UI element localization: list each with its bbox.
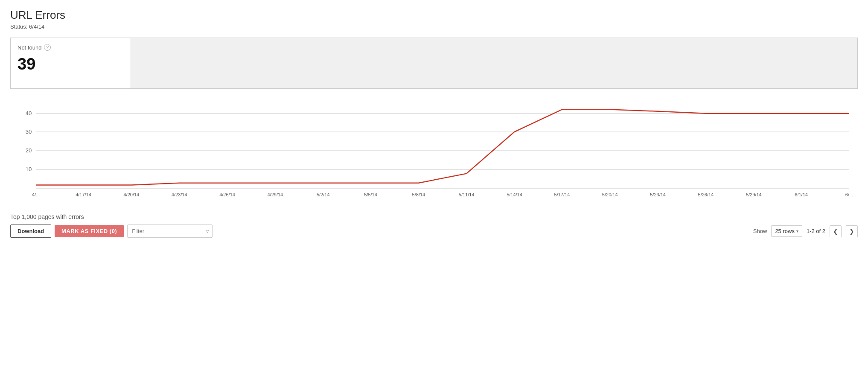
stat-card-placeholder — [130, 38, 857, 88]
prev-page-button[interactable]: ❮ — [830, 225, 842, 237]
svg-text:5/23/14: 5/23/14 — [650, 192, 666, 197]
svg-text:6/1/14: 6/1/14 — [795, 192, 808, 197]
svg-text:4/23/14: 4/23/14 — [172, 192, 187, 197]
page-count: 1-2 of 2 — [807, 228, 825, 234]
svg-text:5/14/14: 5/14/14 — [507, 192, 522, 197]
svg-text:4/20/14: 4/20/14 — [123, 192, 139, 197]
stat-label-text: Not found — [17, 44, 41, 51]
chart-svg: 40 30 20 10 4/... 4/17/14 4/20/14 4/23/1… — [10, 99, 858, 201]
svg-text:5/8/14: 5/8/14 — [412, 192, 425, 197]
status-line: Status: 6/4/14 — [10, 23, 858, 30]
stat-value: 39 — [17, 55, 123, 73]
svg-text:5/17/14: 5/17/14 — [554, 192, 570, 197]
rows-select[interactable]: 25 rows ▾ — [771, 225, 802, 237]
svg-text:5/5/14: 5/5/14 — [364, 192, 377, 197]
svg-text:4/29/14: 4/29/14 — [267, 192, 283, 197]
svg-text:4/...: 4/... — [32, 192, 40, 197]
top-pages-label: Top 1,000 pages with errors — [10, 213, 858, 220]
chart-container: 40 30 20 10 4/... 4/17/14 4/20/14 4/23/1… — [10, 99, 858, 201]
download-button[interactable]: Download — [10, 224, 51, 238]
svg-text:5/26/14: 5/26/14 — [698, 192, 714, 197]
svg-text:5/2/14: 5/2/14 — [317, 192, 330, 197]
svg-text:6/...: 6/... — [845, 192, 853, 197]
filter-input-wrap: ▿ — [127, 224, 213, 238]
pagination-area: Show 25 rows ▾ 1-2 of 2 ❮ ❯ — [753, 225, 858, 237]
svg-text:5/11/14: 5/11/14 — [459, 192, 475, 197]
filter-input[interactable] — [127, 224, 213, 238]
show-label: Show — [753, 228, 767, 234]
svg-text:20: 20 — [26, 147, 32, 154]
next-page-button[interactable]: ❯ — [846, 225, 858, 237]
svg-text:30: 30 — [26, 128, 32, 135]
help-icon[interactable]: ? — [44, 44, 51, 51]
chart-line — [36, 109, 849, 185]
stat-card-row: Not found ? 39 — [10, 38, 858, 89]
stat-label: Not found ? — [17, 44, 123, 51]
svg-text:5/20/14: 5/20/14 — [602, 192, 618, 197]
svg-text:4/17/14: 4/17/14 — [76, 192, 91, 197]
rows-label: 25 rows — [775, 228, 795, 234]
page-title: URL Errors — [10, 9, 858, 22]
svg-text:5/29/14: 5/29/14 — [746, 192, 762, 197]
chevron-down-icon: ▾ — [796, 229, 798, 233]
svg-text:10: 10 — [26, 166, 32, 172]
toolbar: Download MARK AS FIXED (0) ▿ Show 25 row… — [10, 224, 858, 238]
svg-text:4/26/14: 4/26/14 — [219, 192, 235, 197]
mark-fixed-button[interactable]: MARK AS FIXED (0) — [55, 225, 124, 237]
svg-text:40: 40 — [26, 110, 32, 117]
stat-card-not-found: Not found ? 39 — [11, 38, 130, 88]
